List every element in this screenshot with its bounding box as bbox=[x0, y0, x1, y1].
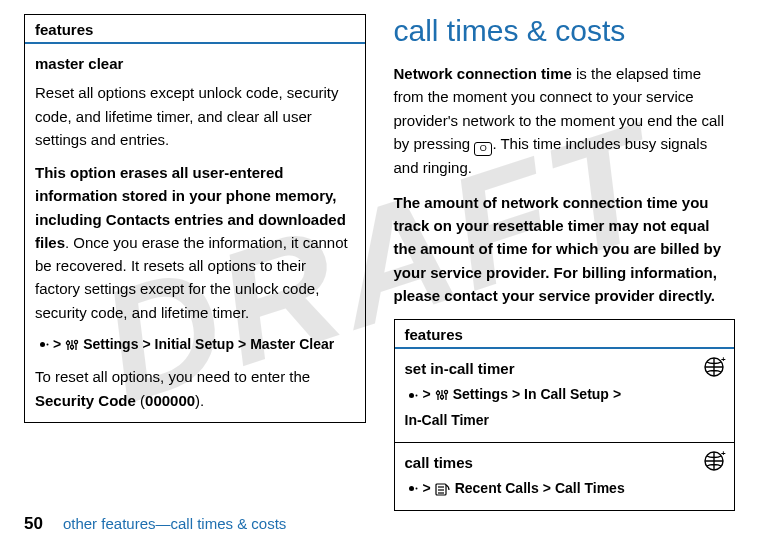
sc-d: 000000 bbox=[145, 392, 195, 409]
table-header: features bbox=[25, 15, 365, 44]
path-master-clear: Master Clear bbox=[250, 334, 334, 356]
r1-settings: Settings bbox=[453, 384, 508, 406]
svg-point-5 bbox=[75, 340, 78, 343]
center-key-icon bbox=[405, 482, 419, 496]
path-settings: Settings bbox=[83, 334, 138, 356]
billing-warning-para: The amount of network connection time yo… bbox=[394, 191, 736, 307]
r1-gt1: > bbox=[423, 384, 431, 406]
left-column: features master clear Reset all options … bbox=[24, 14, 366, 511]
r1-gt2: > bbox=[512, 384, 520, 406]
right-column: call times & costs Network connection ti… bbox=[394, 14, 736, 511]
svg-point-9 bbox=[436, 392, 439, 395]
svg-text:+: + bbox=[721, 355, 726, 364]
recent-calls-icon bbox=[435, 482, 451, 496]
end-key-icon: O bbox=[474, 142, 492, 156]
row-set-in-call-timer: + set in-call timer > Settings > In Call… bbox=[395, 349, 735, 442]
security-code-note: To reset all options, you need to enter … bbox=[35, 365, 355, 412]
r2-gt2: > bbox=[543, 478, 551, 500]
row1-title: set in-call timer bbox=[405, 357, 695, 380]
sc-b: Security Code bbox=[35, 392, 136, 409]
settings-icon bbox=[65, 338, 79, 352]
settings-icon bbox=[435, 388, 449, 402]
warning-text-cont: . Once you erase the information, it can… bbox=[35, 234, 348, 321]
left-feature-table: features master clear Reset all options … bbox=[24, 14, 366, 423]
network-time-para: Network connection time is the elapsed t… bbox=[394, 62, 736, 179]
gt-1: > bbox=[53, 334, 61, 356]
sc-a: To reset all options, you need to enter … bbox=[35, 368, 310, 385]
svg-point-11 bbox=[440, 396, 443, 399]
network-feature-icon: + bbox=[702, 355, 726, 379]
right-table-header: features bbox=[395, 320, 735, 349]
nct-label: Network connection time bbox=[394, 65, 572, 82]
master-clear-desc-2: This option erases all user-entered info… bbox=[35, 161, 355, 324]
footer-breadcrumb: other features—call times & costs bbox=[63, 515, 286, 532]
master-clear-desc-1: Reset all options except unlock code, se… bbox=[35, 81, 355, 151]
svg-point-1 bbox=[67, 341, 70, 344]
sc-e: ). bbox=[195, 392, 204, 409]
r1-incall: In Call Setup bbox=[524, 384, 609, 406]
r2-times: Call Times bbox=[555, 478, 625, 500]
table-cell-master-clear: master clear Reset all options except un… bbox=[25, 44, 365, 422]
page-footer: 50 other features—call times & costs bbox=[24, 514, 286, 534]
gt-2: > bbox=[142, 334, 150, 356]
sc-c: ( bbox=[136, 392, 145, 409]
svg-text:+: + bbox=[721, 449, 726, 458]
r2-recent: Recent Calls bbox=[455, 478, 539, 500]
r2-gt1: > bbox=[423, 478, 431, 500]
row1-path: > Settings > In Call Setup > In-Call Tim… bbox=[405, 384, 695, 431]
section-title: call times & costs bbox=[394, 14, 736, 48]
master-clear-heading: master clear bbox=[35, 52, 355, 75]
network-feature-icon: + bbox=[702, 449, 726, 473]
row-call-times: + call times > Recent Calls > Call Times bbox=[395, 442, 735, 510]
row2-path: > Recent Calls > Call Times bbox=[405, 478, 695, 500]
r1-timer: In-Call Timer bbox=[405, 410, 490, 432]
path-initial-setup: Initial Setup bbox=[155, 334, 234, 356]
right-feature-table: features + set in-call timer > Settings … bbox=[394, 319, 736, 511]
svg-point-3 bbox=[71, 345, 74, 348]
r1-gt3: > bbox=[613, 384, 621, 406]
menu-path-master-clear: > Settings > Initial Setup > Master Clea… bbox=[35, 334, 355, 356]
page-number: 50 bbox=[24, 514, 43, 534]
center-key-icon bbox=[35, 338, 49, 352]
gt-3: > bbox=[238, 334, 246, 356]
center-key-icon bbox=[405, 388, 419, 402]
svg-point-13 bbox=[444, 391, 447, 394]
row2-title: call times bbox=[405, 451, 695, 474]
